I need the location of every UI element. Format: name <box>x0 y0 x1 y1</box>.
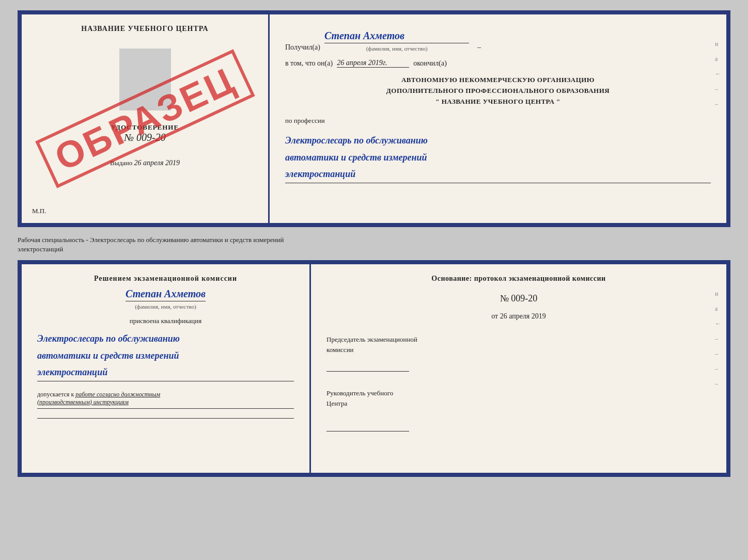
dash: – <box>477 43 481 52</box>
top-document: НАЗВАНИЕ УЧЕБНОГО ЦЕНТРА УДОСТОВЕРЕНИЕ №… <box>18 10 730 227</box>
protocol-number: № 009-20 <box>326 293 711 304</box>
po-professii: по профессии <box>285 117 711 125</box>
qual-line3: электростанций <box>37 364 294 380</box>
fio-label-top: (фамилия, имя, отчество) <box>324 45 469 52</box>
vtom-prefix: в том, что он(а) <box>285 59 333 68</box>
protocol-date: от 26 апреля 2019 <box>326 312 711 321</box>
org-line1: АВТОНОМНУЮ НЕКОММЕРЧЕСКУЮ ОРГАНИЗАЦИЮ <box>285 75 711 86</box>
prisvoena-label: присвоена квалификация <box>37 317 294 325</box>
bottom-document: Решением экзаменационной комиссии Степан… <box>18 260 730 477</box>
dopuskaetsya-line: допускается к работе согласно должностны… <box>37 391 294 409</box>
photo-placeholder <box>119 49 171 110</box>
qualification-value: Электрослесарь по обслуживанию автоматик… <box>37 330 294 381</box>
chairman-label: Председатель экзаменационной комиссии <box>326 334 711 355</box>
udostoverenie-number: № 009-20 <box>111 132 179 143</box>
qual-line1: Электрослесарь по обслуживанию <box>37 330 294 347</box>
fio-label-bottom: (фамилия, имя, отчество) <box>135 303 196 310</box>
chairman-block: Председатель экзаменационной комиссии <box>326 334 711 372</box>
bottom-left-panel: Решением экзаменационной комиссии Степан… <box>22 264 311 473</box>
recipient-line: Получил(а) Степан Ахметов (фамилия, имя,… <box>285 30 711 52</box>
profession-line3: электростанций <box>285 166 711 182</box>
separator-text: Рабочая специальность - Электрослесарь п… <box>18 232 730 255</box>
sep-line2: электростанций <box>18 245 730 254</box>
side-chars-bottom: и а ← – – – – <box>715 290 721 388</box>
org-line3: " НАЗВАНИЕ УЧЕБНОГО ЦЕНТРА " <box>285 97 711 107</box>
bottom-signature-line <box>37 418 294 419</box>
person-name-bottom: Степан Ахметов <box>126 288 206 301</box>
side-chars-top: и а ← – – <box>715 40 721 108</box>
date-value: 26 апреля 2019г. <box>337 59 409 68</box>
vydano-prefix: Выдано <box>110 159 132 167</box>
rukovoditel-label: Руководитель учебного Центра <box>326 388 711 408</box>
udostoverenie-block: УДОСТОВЕРЕНИЕ № 009-20 <box>111 123 179 143</box>
resheniem-title: Решением экзаменационной комиссии <box>37 275 294 283</box>
protocol-date-prefix: от <box>491 312 498 320</box>
profession-value: Электрослесарь по обслуживанию автоматик… <box>285 132 711 183</box>
chairman-signature-line <box>326 359 409 372</box>
org-line2: ДОПОЛНИТЕЛЬНОГО ПРОФЕССИОНАЛЬНОГО ОБРАЗО… <box>285 86 711 97</box>
vydano-line: Выдано 26 апреля 2019 <box>110 159 180 167</box>
protocol-date-value: 26 апреля 2019 <box>500 312 546 320</box>
qual-line2: автоматики и средств измерений <box>37 347 294 364</box>
recipient-name: Степан Ахметов <box>324 30 469 43</box>
dopuskaetsya-prefix: допускается к <box>37 391 74 398</box>
rukovoditel-signature-line <box>326 419 409 431</box>
profession-line1: Электрослесарь по обслуживанию <box>285 132 711 149</box>
person-block: Степан Ахметов (фамилия, имя, отчество) <box>37 288 294 310</box>
school-name-top: НАЗВАНИЕ УЧЕБНОГО ЦЕНТРА <box>81 25 208 33</box>
mp-label: М.П. <box>32 207 46 215</box>
okonchil-suffix: окончил(а) <box>413 59 447 68</box>
top-left-panel: НАЗВАНИЕ УЧЕБНОГО ЦЕНТРА УДОСТОВЕРЕНИЕ №… <box>22 14 270 223</box>
profession-line2: автоматики и средств измерений <box>285 149 711 166</box>
org-block: АВТОНОМНУЮ НЕКОММЕРЧЕСКУЮ ОРГАНИЗАЦИЮ ДО… <box>285 75 711 107</box>
vtom-line: в том, что он(а) 26 апреля 2019г. окончи… <box>285 59 711 68</box>
poluchil-prefix: Получил(а) <box>285 43 320 52</box>
top-right-panel: Получил(а) Степан Ахметов (фамилия, имя,… <box>270 14 726 223</box>
vydano-date: 26 апреля 2019 <box>134 159 180 167</box>
bottom-right-panel: Основание: протокол экзаменационной коми… <box>311 264 726 473</box>
udostoverenie-title: УДОСТОВЕРЕНИЕ <box>111 123 179 132</box>
osnovanie-title: Основание: протокол экзаменационной коми… <box>326 275 711 283</box>
sep-line1: Рабочая специальность - Электрослесарь п… <box>18 235 730 245</box>
